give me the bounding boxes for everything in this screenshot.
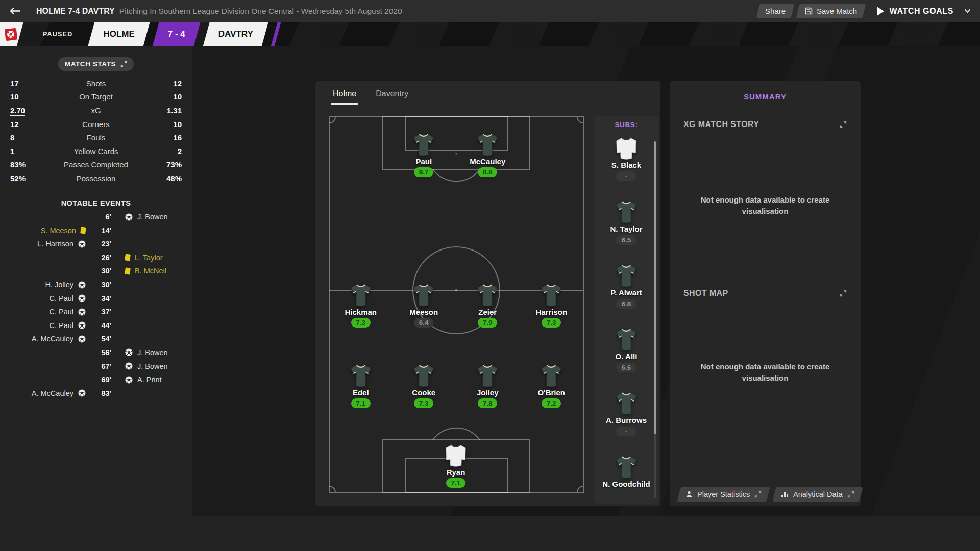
event-player-name[interactable]: B. McNeil (135, 267, 166, 275)
jersey-icon (614, 264, 639, 288)
event-away-cell: B. McNeil (125, 267, 184, 275)
scorebar: PAUSED HOLME 7 - 4 DAVTRY (0, 22, 980, 46)
button-label: Analytical Data (793, 490, 843, 498)
event-minute: 54' (86, 335, 111, 343)
goal-icon (78, 308, 86, 316)
sub-player[interactable]: S. Black- (594, 137, 658, 201)
sub-player-rating: - (616, 427, 636, 436)
goal-icon (78, 389, 86, 397)
event-player-name[interactable]: J. Bowen (137, 348, 168, 357)
stat-label: Possession (42, 174, 150, 183)
player-name: Hickman (336, 308, 385, 316)
sub-player-name: A. Burrows (594, 416, 658, 424)
player-token[interactable]: Jolley7.8 (463, 364, 512, 408)
event-home-cell: A. McCauley (8, 335, 86, 343)
player-token[interactable]: Zeier7.9 (463, 284, 512, 328)
stat-away-value: 10 (150, 120, 182, 129)
event-player-name[interactable]: L. Harrison (37, 240, 74, 248)
stat-label: Yellow Cards (42, 147, 150, 156)
event-home-cell: S. Meeson (8, 227, 86, 235)
event-player-name[interactable]: J. Bowen (137, 213, 168, 221)
event-player-name[interactable]: S. Meeson (41, 227, 76, 235)
sub-player[interactable]: A. Burrows- (594, 392, 658, 456)
analytical-data-button[interactable]: Analytical Data (773, 487, 863, 502)
event-away-cell: J. Bowen (125, 213, 184, 221)
event-home-cell: C. Paul (8, 321, 86, 330)
pitch-tab-holme[interactable]: Holme (331, 88, 358, 105)
player-token[interactable]: Meeson6.4 (399, 284, 448, 328)
player-rating: 7.1 (446, 478, 465, 488)
player-name: Harrison (527, 308, 576, 316)
player-token[interactable]: Ryan7.1 (431, 444, 480, 488)
event-home-cell: C. Paul (8, 294, 86, 303)
player-token[interactable]: Hickman7.3 (336, 284, 385, 328)
score-tab[interactable]: 7 - 4 (153, 22, 201, 46)
goal-icon (78, 240, 86, 248)
tab-home-team[interactable]: HOLME (88, 22, 150, 46)
event-player-name[interactable]: C. Paul (49, 308, 74, 316)
event-row: A. McCauley 83' (0, 386, 192, 400)
event-player-name[interactable]: A. Print (137, 375, 162, 384)
event-player-name[interactable]: C. Paul (49, 294, 74, 303)
goal-icon (78, 321, 86, 329)
bottom-band (0, 516, 980, 551)
save-match-button[interactable]: Save Match (796, 4, 866, 18)
save-icon (805, 7, 813, 15)
pitch-tab-daventry[interactable]: Daventry (374, 88, 410, 105)
expand-section-button[interactable] (840, 121, 847, 128)
player-token[interactable]: Edel7.1 (336, 364, 385, 408)
tab-away-team[interactable]: DAVTRY (203, 22, 268, 46)
stat-label: xG (42, 106, 150, 115)
event-player-name[interactable]: L. Taylor (135, 254, 163, 262)
stat-home-value: 1 (10, 147, 42, 156)
player-token[interactable]: Cooke7.3 (399, 364, 448, 408)
sub-player[interactable]: N. Goodchild (594, 456, 658, 504)
share-button[interactable]: Share (756, 4, 795, 18)
player-name: Meeson (399, 308, 448, 316)
jersey-icon (614, 328, 639, 352)
event-away-cell: J. Bowen (125, 362, 184, 370)
notable-events-title: NOTABLE EVENTS (0, 199, 192, 207)
stat-home-value: 8 (10, 133, 42, 142)
player-token[interactable]: McCauley8.8 (463, 133, 512, 177)
stat-row: 1Yellow Cards2 (0, 144, 192, 158)
jersey-icon (348, 364, 374, 388)
player-name: Paul (399, 157, 448, 166)
player-token[interactable]: O'Brien7.2 (527, 364, 576, 408)
event-minute: 69' (86, 375, 111, 384)
sub-player-rating: 6.5 (616, 235, 636, 245)
event-player-name[interactable]: A. McCauley (32, 335, 74, 343)
club-badge-chip (0, 22, 30, 46)
goal-icon (78, 281, 86, 289)
sub-player[interactable]: O. Alli6.6 (594, 328, 658, 392)
goal-icon (78, 335, 86, 343)
stat-row: 12Corners10 (0, 117, 192, 131)
sub-player-rating: 6.6 (616, 363, 636, 372)
jersey-icon (614, 392, 639, 415)
event-player-name[interactable]: C. Paul (49, 321, 74, 330)
back-button[interactable] (0, 0, 30, 22)
no-data-message: Not enough data available to create visu… (689, 194, 842, 217)
event-minute: 23' (86, 240, 111, 248)
sub-player[interactable]: P. Alwart6.8 (594, 264, 658, 328)
player-statistics-button[interactable]: Player Statistics (677, 487, 770, 502)
player-token[interactable]: Harrison7.3 (527, 284, 576, 328)
stat-away-value: 73% (150, 160, 182, 169)
sub-player[interactable]: N. Taylor6.5 (594, 201, 658, 264)
match-stats-button[interactable]: MATCH STATS (58, 57, 134, 71)
event-player-name[interactable]: H. Jolley (45, 281, 74, 289)
sub-player-name: N. Taylor (594, 224, 658, 233)
share-label: Share (765, 7, 786, 15)
main-content: MATCH STATS 17Shots1210On Target102.70xG… (0, 46, 980, 551)
section-title: XG MATCH STORY (683, 120, 759, 129)
player-token[interactable]: Paul9.7 (399, 133, 448, 177)
event-player-name[interactable]: A. McCauley (32, 389, 74, 397)
expand-section-button[interactable] (840, 290, 847, 297)
event-player-name[interactable]: J. Bowen (137, 362, 168, 370)
subs-scrollbar[interactable] (654, 141, 656, 498)
watch-goals-button[interactable]: WATCH GOALS (877, 7, 971, 16)
player-rating: 8.8 (478, 167, 497, 177)
summary-section: XG MATCH STORY Not enough data available… (670, 120, 861, 217)
sub-player-rating: 6.8 (616, 299, 636, 309)
event-minute: 67' (86, 362, 111, 370)
